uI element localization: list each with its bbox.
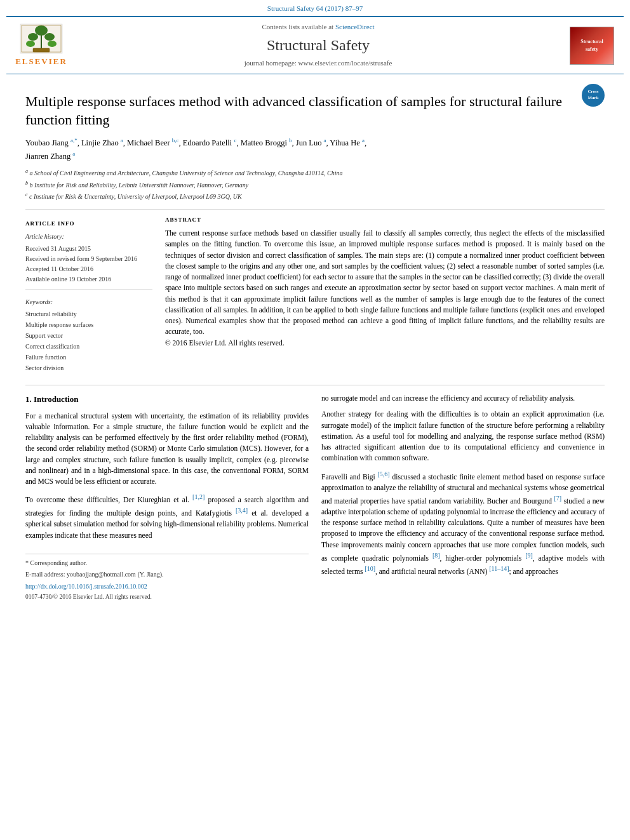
article-history: Article history: Received 31 August 2015… — [25, 232, 152, 290]
authors-line: Youbao Jiang a,*, Linjie Zhao a, Michael… — [25, 136, 605, 163]
intro-heading: 1. Introduction — [25, 393, 309, 406]
body-right-para1: no surrogate model and can increase the … — [321, 393, 605, 404]
affiliations: a a School of Civil Engineering and Arch… — [25, 168, 605, 201]
article-info-col: ARTICLE INFO Article history: Received 3… — [25, 216, 152, 373]
journal-masthead: ELSEVIER Contents lists available at Sci… — [6, 16, 624, 74]
svg-rect-7 — [33, 48, 50, 52]
abstract-text: The current response surface methods bas… — [165, 228, 605, 338]
body-right-para2: Another strategy for dealing with the di… — [321, 409, 605, 463]
info-abstract-section: ARTICLE INFO Article history: Received 3… — [25, 209, 605, 373]
elsevier-logo: ELSEVIER — [13, 23, 70, 67]
abstract-copyright: © 2016 Elsevier Ltd. All rights reserved… — [165, 338, 605, 349]
intro-para1: For a mechanical structural system with … — [25, 411, 309, 488]
svg-point-4 — [44, 33, 55, 41]
contents-available-text: Contents lists available at ScienceDirec… — [70, 22, 566, 32]
footnote-corresponding: * Corresponding author. — [25, 558, 309, 568]
footnote-email: E-mail address: youbaojjang@hotmail.com … — [25, 570, 309, 579]
article-info-label: ARTICLE INFO — [25, 220, 152, 228]
journal-homepage: journal homepage: www.elsevier.com/locat… — [70, 58, 566, 68]
svg-point-2 — [35, 25, 48, 36]
sciencedirect-link[interactable]: ScienceDirect — [335, 23, 375, 30]
keywords-section: Keywords: Structural reliability Multipl… — [25, 297, 152, 373]
paper-title: Multiple response surfaces method with a… — [25, 92, 575, 130]
intro-para2: To overcome these difficulties, Der Kiur… — [25, 492, 309, 541]
body-right-para3: Faravelli and Bigi [5,6] discussed a sto… — [321, 469, 605, 578]
body-col-right: no surrogate model and can increase the … — [321, 393, 605, 601]
body-col-left: 1. Introduction For a mechanical structu… — [25, 393, 309, 601]
journal-title: Structural Safety — [70, 35, 566, 57]
journal-logo-right: Structuralsafety — [566, 27, 617, 65]
abstract-label: ABSTRACT — [165, 216, 605, 224]
svg-point-5 — [26, 41, 35, 47]
main-body: 1. Introduction For a mechanical structu… — [25, 385, 605, 601]
main-content: Multiple response surfaces method with a… — [0, 74, 630, 614]
doi-line: http://dx.doi.org/10.1016/j.strusafe.201… — [25, 582, 309, 591]
footnote-area: * Corresponding author. E-mail address: … — [25, 554, 309, 601]
crossmark-badge[interactable]: CrossMark — [582, 84, 605, 107]
journal-ref-top: Structural Safety 64 (2017) 87–97 — [0, 0, 630, 16]
abstract-col: ABSTRACT The current response surface me… — [165, 216, 605, 373]
svg-point-6 — [48, 41, 57, 47]
journal-center: Contents lists available at ScienceDirec… — [70, 22, 566, 68]
license-line: 0167-4730/© 2016 Elsevier Ltd. All right… — [25, 592, 309, 601]
body-columns: 1. Introduction For a mechanical structu… — [25, 393, 605, 601]
svg-point-3 — [28, 33, 38, 41]
